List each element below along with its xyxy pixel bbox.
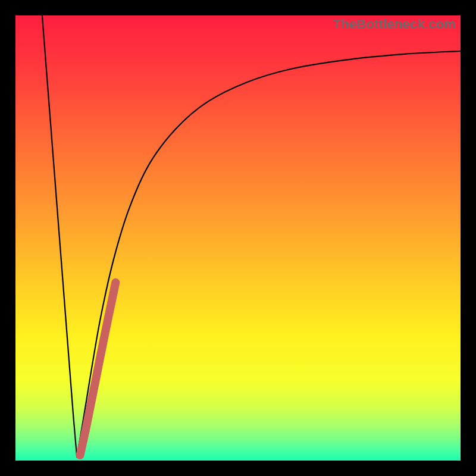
curve-highlight-segment xyxy=(80,283,115,455)
curve-right-branch xyxy=(77,51,461,457)
curves-layer xyxy=(15,15,461,461)
curve-left-branch xyxy=(42,15,77,457)
plot-area: TheBottleneck.com xyxy=(15,15,461,461)
chart-frame: TheBottleneck.com xyxy=(0,0,476,476)
